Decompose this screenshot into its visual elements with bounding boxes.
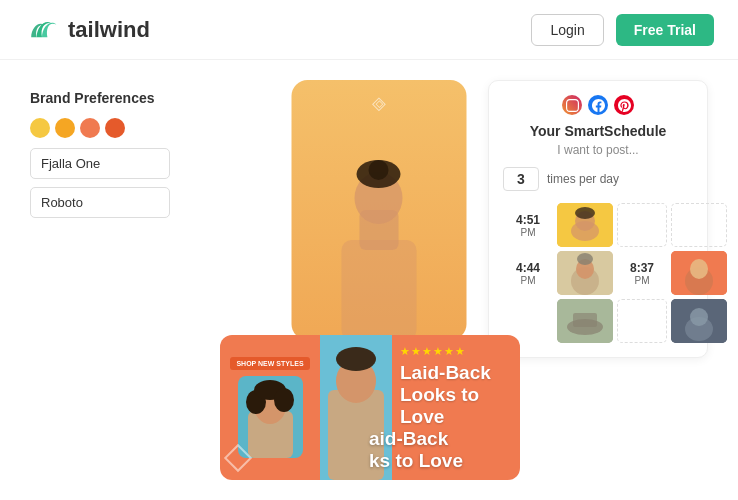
color-dot-4[interactable]	[105, 118, 125, 138]
svg-point-9	[274, 388, 294, 412]
schedule-title: Your SmartSchedule	[503, 123, 693, 139]
svg-point-4	[369, 160, 389, 180]
brand-prefs-title: Brand Preferences	[30, 90, 200, 106]
svg-point-29	[690, 308, 708, 326]
schedule-thumb-4	[557, 299, 613, 343]
portrait-figure	[292, 120, 467, 340]
svg-point-20	[577, 253, 593, 265]
schedule-thumb-1	[557, 203, 613, 247]
times-number-input[interactable]: 3	[503, 167, 539, 191]
schedule-instagram-icon	[562, 95, 582, 115]
logo-area: tailwind	[24, 12, 150, 48]
schedule-times-row: 3 times per day	[503, 167, 693, 191]
schedule-thumb-3	[671, 251, 727, 295]
svg-point-12	[336, 347, 376, 371]
schedule-social-icons	[503, 95, 693, 115]
free-trial-button[interactable]: Free Trial	[616, 14, 714, 46]
schedule-thumb-5	[671, 299, 727, 343]
header: tailwind Login Free Trial	[0, 0, 738, 60]
logo-text: tailwind	[68, 17, 150, 43]
font-secondary-box[interactable]: Roboto	[30, 187, 170, 218]
smart-schedule-card: Your SmartSchedule I want to post... 3 t…	[488, 80, 708, 358]
login-button[interactable]: Login	[531, 14, 603, 46]
schedule-pinterest-icon	[614, 95, 634, 115]
svg-point-23	[690, 259, 708, 279]
times-label: times per day	[547, 172, 619, 186]
schedule-empty-3	[617, 299, 667, 343]
promo-stars: ★★★★★★	[400, 345, 512, 358]
main-content: Brand Preferences Fjalla One Roboto ⬦	[0, 60, 738, 500]
header-actions: Login Free Trial	[531, 14, 714, 46]
promo-title: Laid-BackLooks to Love	[400, 362, 512, 428]
promo-text-overlay: aid-Backks to Love	[369, 428, 463, 472]
schedule-grid: 4:51 PM	[503, 203, 693, 343]
portrait-card: ⬦	[292, 80, 467, 340]
left-panel: Brand Preferences Fjalla One Roboto	[30, 80, 200, 480]
schedule-thumb-2	[557, 251, 613, 295]
schedule-time-1: 4:51 PM	[503, 203, 553, 247]
svg-rect-0	[342, 240, 417, 340]
right-panel: Your SmartSchedule I want to post... 3 t…	[488, 80, 708, 480]
schedule-time-2: 4:44 PM	[503, 251, 553, 295]
font-primary-box[interactable]: Fjalla One	[30, 148, 170, 179]
schedule-empty-1	[617, 203, 667, 247]
center-panel: ⬦ SHOP NEW STYLES	[220, 80, 468, 480]
schedule-facebook-icon	[588, 95, 608, 115]
schedule-subtitle: I want to post...	[503, 143, 693, 157]
promo-person-1	[238, 376, 303, 458]
svg-point-16	[575, 207, 595, 219]
color-dot-1[interactable]	[30, 118, 50, 138]
logo-icon	[24, 12, 60, 48]
schedule-time-3: 8:37 PM	[617, 251, 667, 295]
color-dots	[30, 118, 200, 138]
schedule-empty-2	[671, 203, 727, 247]
color-dot-3[interactable]	[80, 118, 100, 138]
svg-rect-26	[573, 313, 597, 327]
shop-badge: SHOP NEW STYLES	[230, 357, 309, 370]
color-dot-2[interactable]	[55, 118, 75, 138]
